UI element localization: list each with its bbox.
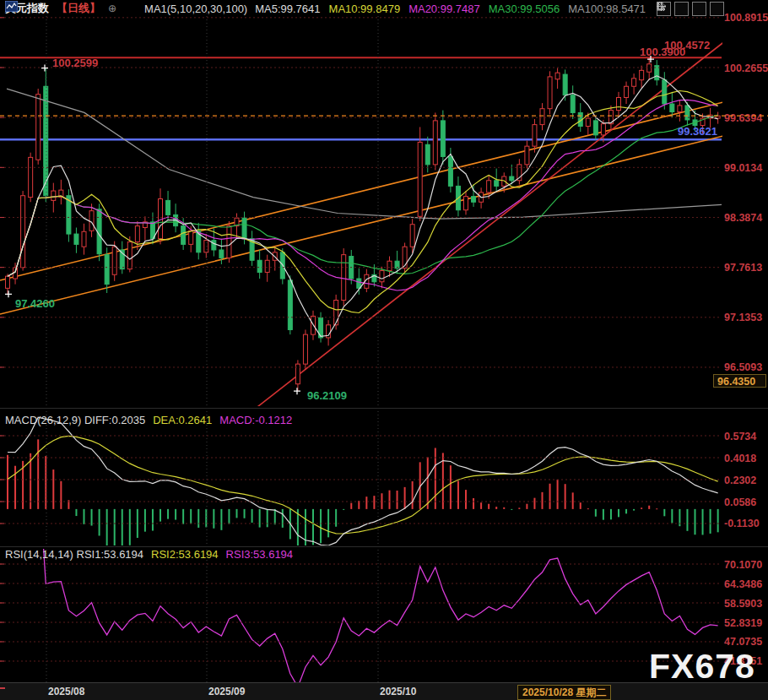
ma-values-readout: MA5:99.7641MA10:99.8479MA20:99.7487MA30:… bbox=[255, 3, 646, 15]
axis-tick-label: 96.5093 bbox=[724, 361, 762, 373]
main-pane[interactable] bbox=[0, 41, 768, 414]
macd-histogram-bar bbox=[565, 484, 566, 509]
price-annotation: 96.2109 bbox=[307, 389, 347, 402]
candle-body bbox=[670, 104, 674, 111]
pane-expand-icon[interactable] bbox=[710, 2, 724, 16]
axis-left-tick bbox=[0, 687, 5, 689]
macd-histogram-bar bbox=[236, 509, 238, 518]
candle-body bbox=[227, 226, 231, 258]
macd-histogram-bar bbox=[648, 506, 650, 509]
macd-histogram-bar bbox=[91, 509, 93, 526]
axis-scale-right-icon[interactable] bbox=[692, 2, 706, 16]
mini-candlestick-icon bbox=[124, 3, 137, 14]
candle-body bbox=[433, 121, 437, 165]
anchor-cross-marker[interactable] bbox=[294, 388, 300, 394]
main-chart-header: 美元指数 【日线】 ⊕ MA1(5,10,20,30,100) MA5:99.7… bbox=[5, 1, 646, 16]
trend-channel-line[interactable] bbox=[0, 125, 768, 314]
indicator-value-label: MA5:99.7641 bbox=[255, 3, 320, 15]
macd-histogram-bar bbox=[717, 509, 719, 532]
macd-pane[interactable] bbox=[7, 417, 719, 551]
macd-histogram-bar bbox=[175, 509, 176, 520]
candle-body bbox=[380, 271, 384, 282]
macd-histogram-bar bbox=[457, 481, 459, 509]
axis-tick-label: 0.4018 bbox=[724, 453, 756, 464]
macd-histogram-bar bbox=[365, 497, 367, 509]
candle-body bbox=[425, 144, 430, 165]
candle-body bbox=[127, 242, 132, 269]
candle-body bbox=[487, 181, 491, 193]
candle-body bbox=[303, 334, 307, 364]
current-date-badge: 2025/10/28 星期二 bbox=[517, 685, 611, 700]
candle-body bbox=[510, 176, 514, 181]
axis-tick-label: 97.1353 bbox=[724, 312, 762, 323]
candle-body bbox=[135, 226, 139, 242]
macd-histogram-bar bbox=[389, 491, 391, 509]
period-selector[interactable]: 【日线】 bbox=[57, 1, 100, 16]
candle-body bbox=[189, 231, 193, 244]
macd-histogram-bar bbox=[244, 509, 246, 518]
axis-scale-left-icon[interactable] bbox=[674, 2, 689, 16]
candle-body bbox=[82, 231, 86, 247]
candle-body bbox=[441, 121, 445, 157]
macd-histogram-bar bbox=[518, 507, 520, 509]
indicator-value-label: RSI2:53.6194 bbox=[151, 548, 219, 561]
macd-histogram-bar bbox=[412, 481, 414, 509]
candle-body bbox=[525, 146, 529, 165]
candle-body bbox=[219, 250, 224, 258]
macd-histogram-bar bbox=[144, 509, 146, 532]
macd-histogram-bar bbox=[7, 455, 8, 509]
indicator-value-label: MA30:99.5056 bbox=[489, 3, 560, 15]
macd-histogram-bar bbox=[251, 509, 253, 523]
macd-histogram-bar bbox=[37, 439, 39, 509]
chart-toolbar bbox=[657, 2, 724, 16]
macd-histogram-bar bbox=[320, 509, 322, 543]
macd-histogram-bar bbox=[435, 448, 436, 508]
price-annotation: 99.3621 bbox=[678, 125, 717, 138]
anchor-cross-marker[interactable] bbox=[5, 290, 12, 297]
axis-tick-label: 64.3486 bbox=[724, 578, 762, 590]
circled-plus-icon[interactable]: ⊕ bbox=[108, 3, 116, 14]
macd-histogram-bar bbox=[122, 509, 123, 551]
macd-histogram-bar bbox=[404, 487, 406, 509]
price-chart-canvas[interactable]: 100.8915100.265599.639499.013498.387497.… bbox=[0, 0, 768, 700]
candle-body bbox=[647, 64, 652, 72]
macd-histogram-bar bbox=[197, 509, 199, 528]
macd-histogram-bar bbox=[213, 509, 214, 529]
macd-histogram-bar bbox=[495, 507, 497, 509]
candle-body bbox=[678, 106, 682, 112]
candle-body bbox=[204, 241, 208, 252]
macd-histogram-bar bbox=[695, 509, 696, 534]
candle-body bbox=[257, 260, 262, 272]
candle-body bbox=[563, 74, 567, 95]
macd-histogram-bar bbox=[305, 509, 306, 551]
candle-body bbox=[36, 95, 41, 160]
anchor-cross-marker[interactable] bbox=[41, 65, 48, 72]
macd-histogram-bar bbox=[603, 509, 604, 520]
candle-body bbox=[342, 255, 346, 301]
macd-histogram-bar bbox=[656, 508, 657, 509]
price-annotation: 100.2599 bbox=[52, 57, 98, 69]
candle-body bbox=[472, 197, 476, 203]
trendline-red[interactable] bbox=[249, 41, 726, 414]
candle-body bbox=[593, 121, 598, 135]
macd-histogram-bar bbox=[267, 509, 268, 527]
macd-histogram-bar bbox=[358, 501, 360, 509]
indicator-value-label: RSI(14,14,14) RSI1:53.6194 bbox=[5, 548, 143, 561]
price-annotation: 100.3900 bbox=[640, 46, 685, 58]
axis-tick-label: 58.5903 bbox=[724, 598, 762, 610]
macd-histogram-bar bbox=[312, 509, 314, 545]
candle-body bbox=[51, 191, 56, 200]
macd-histogram-bar bbox=[633, 509, 635, 511]
macd-histogram-bar bbox=[220, 509, 222, 530]
candle-body bbox=[89, 211, 94, 231]
indicator-value-label: MA10:99.8479 bbox=[329, 3, 401, 15]
candle-body bbox=[548, 77, 552, 109]
candle-body bbox=[540, 109, 544, 125]
candle-body bbox=[418, 142, 422, 216]
macd-histogram-bar bbox=[587, 508, 589, 509]
macd-histogram-bar bbox=[450, 465, 452, 509]
macd-histogram-bar bbox=[160, 509, 161, 522]
axis-tick-label: -0.1130 bbox=[724, 518, 760, 529]
candle-body bbox=[586, 118, 590, 126]
brand-watermark: FX678 bbox=[649, 647, 755, 686]
